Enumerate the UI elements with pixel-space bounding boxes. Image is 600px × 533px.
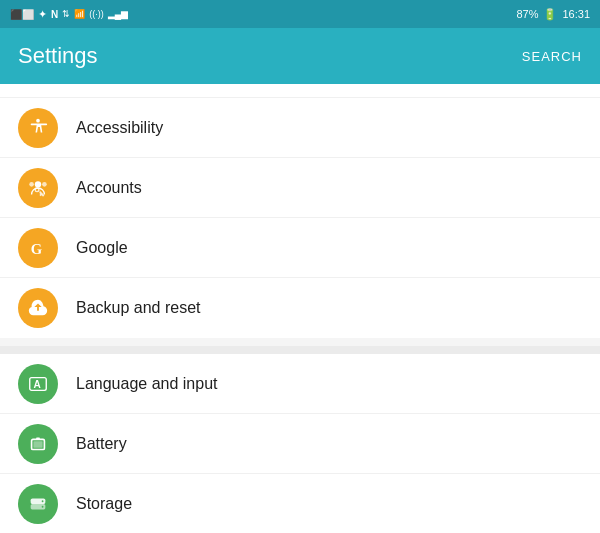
settings-group-1: Accessibility Accounts G Google — [0, 98, 600, 338]
language-label: Language and input — [76, 375, 582, 393]
signal-icon: ▂▄▆ — [108, 9, 128, 19]
accessibility-label: Accessibility — [76, 119, 582, 137]
storage-icon — [18, 484, 58, 524]
network-icon: 📶 — [74, 9, 85, 19]
svg-point-11 — [42, 500, 44, 502]
page-title: Settings — [18, 43, 98, 69]
svg-point-2 — [29, 182, 34, 187]
time-display: 16:31 — [562, 8, 590, 20]
svg-point-1 — [35, 181, 41, 187]
settings-item-google[interactable]: G Google — [0, 218, 600, 278]
settings-item-accessibility[interactable]: Accessibility — [0, 98, 600, 158]
status-right: 87% 🔋 16:31 — [516, 8, 590, 21]
language-icon-svg: A — [27, 373, 49, 395]
svg-text:G: G — [31, 240, 42, 256]
status-left-icons: ⬛⬜ ✦ N ⇅ 📶 ((·)) ▂▄▆ — [10, 8, 128, 21]
battery-icon: 🔋 — [543, 8, 557, 21]
nfc-icon: N — [51, 9, 58, 20]
settings-item-accounts[interactable]: Accounts — [0, 158, 600, 218]
accounts-icon-svg — [27, 177, 49, 199]
svg-point-12 — [42, 505, 44, 507]
backup-icon — [18, 288, 58, 328]
google-icon: G — [18, 228, 58, 268]
settings-group-2: A Language and input Battery Storage — [0, 354, 600, 533]
backup-label: Backup and reset — [76, 299, 582, 317]
language-icon: A — [18, 364, 58, 404]
group-divider — [0, 346, 600, 354]
storage-label: Storage — [76, 495, 582, 513]
app-header: Settings SEARCH — [0, 28, 600, 84]
settings-item-battery[interactable]: Battery — [0, 414, 600, 474]
battery-icon-svg — [27, 433, 49, 455]
sim-icon: ⬛⬜ — [10, 9, 34, 20]
svg-point-3 — [42, 182, 47, 187]
svg-rect-9 — [36, 437, 40, 439]
accessibility-icon — [18, 108, 58, 148]
svg-text:A: A — [33, 378, 41, 389]
settings-item-storage[interactable]: Storage — [0, 474, 600, 533]
settings-item-backup[interactable]: Backup and reset — [0, 278, 600, 338]
search-button[interactable]: SEARCH — [522, 49, 582, 64]
svg-rect-10 — [33, 441, 42, 447]
accounts-icon — [18, 168, 58, 208]
battery-percent: 87% — [516, 8, 538, 20]
backup-icon-svg — [27, 297, 49, 319]
sync-icon: ⇅ — [62, 9, 70, 19]
svg-point-4 — [35, 188, 39, 192]
accounts-label: Accounts — [76, 179, 582, 197]
svg-point-0 — [36, 118, 40, 122]
accessibility-icon-svg — [27, 117, 49, 139]
battery-label: Battery — [76, 435, 582, 453]
bluetooth-icon: ✦ — [38, 8, 47, 21]
partial-scroll-indicator — [0, 84, 600, 98]
battery-icon — [18, 424, 58, 464]
google-label: Google — [76, 239, 582, 257]
status-bar: ⬛⬜ ✦ N ⇅ 📶 ((·)) ▂▄▆ 87% 🔋 16:31 — [0, 0, 600, 28]
settings-item-language[interactable]: A Language and input — [0, 354, 600, 414]
google-icon-svg: G — [27, 237, 49, 259]
wifi-icon: ((·)) — [89, 9, 104, 19]
storage-icon-svg — [27, 493, 49, 515]
